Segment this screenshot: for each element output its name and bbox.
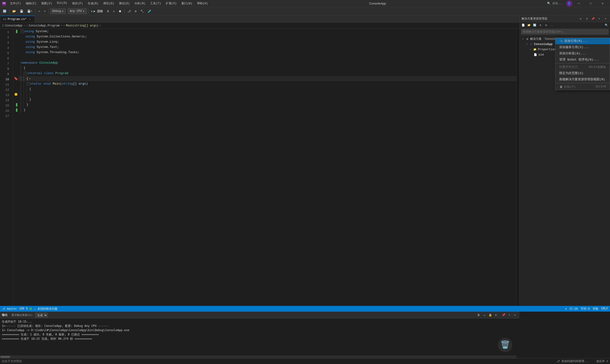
- line-num-8: 8: [0, 66, 11, 72]
- search-bar[interactable]: 🔍 搜索...: [545, 1, 565, 5]
- context-menu-scope[interactable]: 限定为此范围(S): [556, 70, 610, 76]
- sidebar-close-btn[interactable]: ✕: [603, 16, 608, 21]
- output-close-btn[interactable]: ✕: [512, 312, 518, 318]
- menu-git[interactable]: Git(G): [55, 1, 69, 6]
- nav-project[interactable]: ConsoleApp: [5, 24, 22, 27]
- status-ok: ✔: [565, 307, 567, 311]
- output-header: 输出 显示输出来源(S): 生成 🗑 ↵ 🔒 ⚙ 📌 ▾ ✕: [0, 312, 519, 318]
- line-num-15: 15: [0, 103, 11, 108]
- toolbar-git[interactable]: ⎇: [126, 9, 132, 13]
- close-button[interactable]: ✕: [597, 0, 608, 7]
- toolbar-save-all[interactable]: 💾+: [26, 9, 34, 13]
- output-pin-btn[interactable]: 📌: [501, 312, 506, 318]
- context-menu-new-view[interactable]: 新建解决方案资源管理器视图(N): [556, 76, 610, 82]
- line-num-12: 12: [0, 87, 11, 93]
- menu-view[interactable]: 视图(V): [39, 1, 54, 6]
- output-chevron-btn[interactable]: ▾: [506, 312, 512, 318]
- maximize-button[interactable]: □: [585, 0, 596, 7]
- menu-window[interactable]: 窗口(W): [180, 1, 194, 6]
- status-dot: [29, 308, 32, 310]
- toolbar-run-tests[interactable]: 🧪: [146, 9, 153, 13]
- tab-bar: C# Program.cs* ✕ 📌 ⊞: [0, 15, 610, 23]
- context-menu-add-analyzer[interactable]: 添加分析器(A)...: [556, 50, 610, 56]
- menu-bar: 文件(F) 编辑(E) 视图(V) Git(G) 项目(P) 生成(B) 调试(…: [8, 1, 210, 6]
- status-col[interactable]: 字符:6: [581, 307, 590, 311]
- sidebar-search-input[interactable]: [521, 29, 609, 34]
- menu-debug[interactable]: 调试(D): [101, 1, 116, 6]
- output-source-select[interactable]: 生成: [35, 313, 48, 318]
- collapse-11[interactable]: ─: [26, 82, 30, 86]
- toolbar-save[interactable]: 💾: [18, 9, 25, 13]
- tab-close-btn[interactable]: ✕: [28, 17, 32, 21]
- minimap[interactable]: [517, 29, 519, 306]
- toolbar-redo[interactable]: ↪: [42, 9, 47, 13]
- paste-icon: 📋: [559, 85, 563, 89]
- step-in-btn[interactable]: ▷: [112, 9, 116, 13]
- nav-class[interactable]: ConsoleApp.Program: [29, 24, 60, 27]
- stop-btn[interactable]: ⏹: [117, 9, 123, 13]
- menu-edit[interactable]: 编辑(E): [24, 1, 39, 6]
- menu-test[interactable]: 测试(D): [117, 1, 132, 6]
- output-clear-btn[interactable]: 🗑: [476, 312, 481, 318]
- sidebar-settings-btn[interactable]: ⚙: [584, 16, 589, 21]
- sidebar-more-btn[interactable]: …: [549, 23, 555, 28]
- output-word-wrap-btn[interactable]: ↵: [482, 312, 487, 318]
- context-menu-manage-nuget[interactable]: 管理 NuGet 程序包(N)...: [556, 56, 610, 63]
- debug-mode-dropdown[interactable]: Debug ▾: [50, 8, 66, 14]
- select-all-label[interactable]: 选合并 ≡: [596, 359, 608, 363]
- line-num-9: 9: [0, 72, 11, 77]
- toolbar-open[interactable]: 📂: [11, 9, 17, 13]
- nav-icon: ⬡: [2, 24, 4, 27]
- sidebar-refresh-btn[interactable]: 🔄: [532, 23, 537, 28]
- bookmark-5: [16, 30, 17, 33]
- sidebar-controls: ⇄ ⚙ 📌 ▾ ✕: [578, 16, 608, 21]
- status-issues[interactable]: ⚠ 未找到相关问题: [34, 307, 57, 311]
- status-branch[interactable]: ⎇ master: [2, 307, 17, 311]
- sidebar-new-file-btn[interactable]: 📄: [521, 23, 526, 28]
- menu-project[interactable]: 项目(P): [70, 1, 85, 6]
- menu-analyze[interactable]: 分析(N): [132, 1, 147, 6]
- menu-tools[interactable]: 工具(T): [148, 1, 163, 6]
- collapse-1[interactable]: ─: [21, 30, 24, 33]
- code-editor[interactable]: ─ using System; using System.Collections…: [18, 29, 517, 306]
- output-hscrollbar[interactable]: [0, 355, 517, 358]
- sidebar-collapse-all-btn[interactable]: ⊞: [538, 23, 543, 28]
- toolbar-new[interactable]: 🆕: [1, 9, 8, 13]
- step-over-btn[interactable]: ⏸: [105, 9, 111, 13]
- toolbar-undo[interactable]: ↩: [37, 9, 41, 13]
- sidebar-chevron-btn[interactable]: ▾: [597, 16, 602, 21]
- aim-file-icon: 📄: [533, 53, 537, 56]
- toolbar-build[interactable]: 🔨: [139, 9, 145, 13]
- vs-logo: VS: [2, 1, 6, 6]
- sidebar-pin-btn[interactable]: 📌: [590, 16, 596, 21]
- output-panel: 输出 显示输出来源(S): 生成 🗑 ↵ 🔒 ⚙ 📌 ▾ ✕ 生成开始于 18:…: [0, 312, 519, 358]
- start-button[interactable]: ▶ ▶ 启动: [90, 9, 104, 14]
- collapse-9[interactable]: ─: [24, 72, 27, 75]
- sidebar-filter-btn[interactable]: ⊞: [544, 23, 549, 28]
- status-row[interactable]: 行:10: [570, 307, 578, 311]
- menu-help[interactable]: 帮助(H): [195, 1, 210, 6]
- context-menu-add-reference[interactable]: 📎 添加引用(R)...: [556, 38, 610, 44]
- status-line-ending[interactable]: CRLF: [601, 307, 608, 310]
- cpu-dropdown[interactable]: Any CPU ▾: [68, 8, 87, 14]
- add-to-source-btn[interactable]: ⎇ 添加到源代码管理...: [556, 359, 589, 363]
- tab-program-cs[interactable]: C# Program.cs* ✕: [0, 16, 35, 22]
- status-spaces[interactable]: 空格: [593, 307, 598, 311]
- output-line-3: 1> ConsoleApp -> D:\Code\C#\ConsoleApp\C…: [2, 328, 518, 332]
- sidebar-sync-btn[interactable]: ⇄: [578, 16, 583, 21]
- status-zoom[interactable]: 188 %: [19, 307, 28, 310]
- menu-file[interactable]: 文件(F): [8, 1, 23, 6]
- toolbar-settings[interactable]: ⚙: [133, 9, 138, 13]
- menu-build[interactable]: 生成(B): [86, 1, 101, 6]
- output-lock-btn[interactable]: 🔒: [488, 312, 493, 318]
- menu-extensions[interactable]: 扩展(X): [164, 1, 179, 6]
- code-line-11: ─ static void Main(string[] args): [18, 81, 517, 87]
- nav-method[interactable]: Main(string[] args): [66, 24, 99, 27]
- minimize-button[interactable]: ─: [573, 0, 584, 7]
- context-menu-add-service-ref[interactable]: 添加服务引用(S)...: [556, 44, 610, 50]
- output-settings-btn[interactable]: ⚙: [493, 312, 498, 318]
- status-left: ⎇ master 188 % ⚠ 未找到相关问题: [2, 307, 57, 311]
- sidebar-search-btn[interactable]: 🔍: [604, 23, 609, 28]
- user-avatar[interactable]: 👤: [566, 0, 572, 7]
- sidebar-new-folder-btn[interactable]: 📁: [526, 23, 532, 28]
